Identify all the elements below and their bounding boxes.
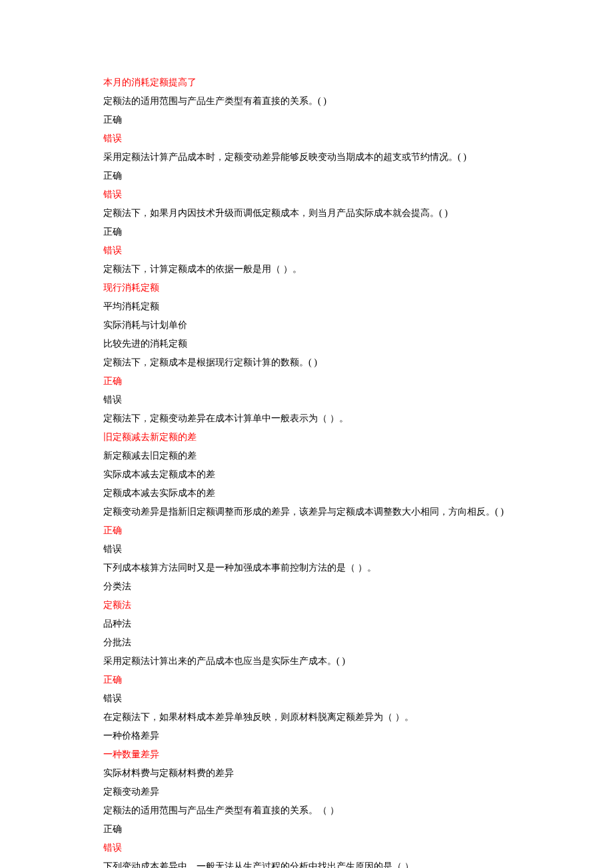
text-line: 正确 <box>103 372 513 391</box>
text-line: 正确 <box>103 671 513 689</box>
text-line: 定额法 <box>103 596 513 615</box>
text-line: 错误 <box>103 241 513 260</box>
text-line: 分批法 <box>103 633 513 652</box>
text-line: 定额变动差异 <box>103 783 513 801</box>
text-line: 采用定额法计算产品成本时，定额变动差异能够反映变动当期成本的超支或节约情况。( … <box>103 148 513 167</box>
text-line: 一种数量差异 <box>103 745 513 764</box>
text-line: 实际材料费与定额材料费的差异 <box>103 764 513 783</box>
text-line: 正确 <box>103 111 513 129</box>
text-line: 本月的消耗定额提高了 <box>103 73 513 92</box>
text-line: 定额法下，计算定额成本的依据一般是用（ ）。 <box>103 260 513 279</box>
text-line: 新定额减去旧定额的差 <box>103 447 513 465</box>
text-line: 定额法的适用范围与产品生产类型有着直接的关系。( ) <box>103 92 513 111</box>
text-line: 错误 <box>103 689 513 708</box>
text-line: 定额法的适用范围与产品生产类型有着直接的关系。（ ） <box>103 801 513 820</box>
text-line: 比较先进的消耗定额 <box>103 335 513 353</box>
text-line: 下列变动成本差异中，一般无法从生产过程的分析中找出产生原因的是（ ）。 <box>103 857 513 868</box>
text-line: 错误 <box>103 185 513 204</box>
text-line: 错误 <box>103 129 513 148</box>
text-line: 现行消耗定额 <box>103 279 513 297</box>
text-line: 品种法 <box>103 615 513 633</box>
text-line: 定额成本减去实际成本的差 <box>103 484 513 503</box>
text-line: 正确 <box>103 223 513 241</box>
text-line: 在定额法下，如果材料成本差异单独反映，则原材料脱离定额差异为（ ）。 <box>103 708 513 727</box>
text-line: 定额变动差异是指新旧定额调整而形成的差异，该差异与定额成本调整数大小相同，方向相… <box>103 503 513 521</box>
text-line: 旧定额减去新定额的差 <box>103 428 513 447</box>
document-content: 本月的消耗定额提高了定额法的适用范围与产品生产类型有着直接的关系。( )正确错误… <box>103 73 513 868</box>
text-line: 正确 <box>103 167 513 185</box>
text-line: 错误 <box>103 540 513 559</box>
text-line: 定额法下，定额成本是根据现行定额计算的数额。( ) <box>103 353 513 372</box>
text-line: 实际成本减去定额成本的差 <box>103 465 513 484</box>
text-line: 一种价格差异 <box>103 727 513 745</box>
text-line: 实际消耗与计划单价 <box>103 316 513 335</box>
text-line: 错误 <box>103 839 513 857</box>
text-line: 采用定额法计算出来的产品成本也应当是实际生产成本。( ) <box>103 652 513 671</box>
text-line: 定额法下，如果月内因技术升级而调低定额成本，则当月产品实际成本就会提高。( ) <box>103 204 513 223</box>
text-line: 正确 <box>103 521 513 540</box>
text-line: 分类法 <box>103 577 513 596</box>
text-line: 定额法下，定额变动差异在成本计算单中一般表示为（ ）。 <box>103 409 513 428</box>
text-line: 平均消耗定额 <box>103 297 513 316</box>
text-line: 错误 <box>103 391 513 409</box>
text-line: 下列成本核算方法同时又是一种加强成本事前控制方法的是（ ）。 <box>103 559 513 577</box>
text-line: 正确 <box>103 820 513 839</box>
